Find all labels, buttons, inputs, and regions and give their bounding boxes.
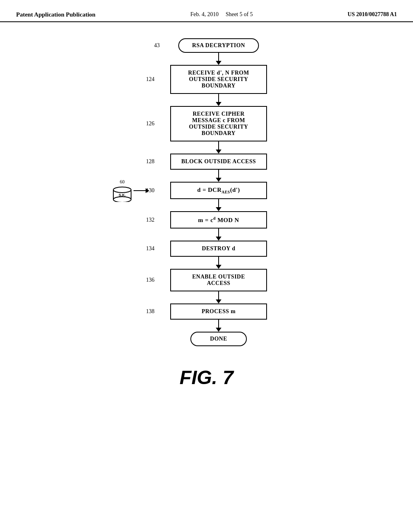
database-icon: S.K. — [112, 186, 133, 202]
diagram-container: 43 RSA DECRYPTION 124 RECEIVE d', N FROM… — [0, 38, 413, 389]
arrow-5 — [216, 199, 221, 211]
node-step130: d = DCRAES(d') — [170, 182, 267, 199]
step134-label: 134 — [146, 245, 154, 252]
step136-wrapper: 136 ENABLE OUTSIDEACCESS — [170, 269, 267, 291]
arrow-7 — [216, 257, 221, 269]
step130-wrapper: 130 60 S.K. — [170, 182, 267, 199]
step136-label: 136 — [146, 277, 154, 283]
db-label-60: 60 — [120, 179, 125, 185]
node-rsa-decryption: RSA DECRYPTION — [178, 38, 259, 53]
svg-point-1 — [113, 187, 131, 193]
start-wrapper: 43 RSA DECRYPTION — [178, 38, 259, 53]
header-sheet: Sheet 5 of 5 — [225, 11, 252, 17]
header-patent-number: US 2010/0027788 A1 — [348, 11, 397, 18]
start-label: 43 — [154, 42, 160, 49]
end-wrapper: DONE — [190, 332, 247, 346]
node-step126: RECEIVE CIPHERMESSAGE c FROMOUTSIDE SECU… — [170, 106, 267, 141]
step134-wrapper: 134 DESTROY d — [170, 241, 267, 257]
arrow-9 — [216, 320, 221, 332]
node-step138: PROCESS m — [170, 303, 267, 320]
svg-point-2 — [113, 197, 131, 202]
svg-text:S.K.: S.K. — [119, 193, 126, 197]
arrow-3 — [216, 141, 221, 154]
node-step132: m = cd MOD N — [170, 211, 267, 229]
db-to-node-arrow — [133, 190, 149, 191]
arrow-2 — [216, 94, 221, 106]
node-step134: DESTROY d — [170, 241, 267, 257]
step126-label: 126 — [146, 121, 154, 127]
arrow-1 — [216, 53, 221, 65]
node-step136: ENABLE OUTSIDEACCESS — [170, 269, 267, 291]
step138-label: 138 — [146, 308, 154, 315]
db-icon-group: 60 S.K. — [112, 179, 133, 202]
arrow-4 — [216, 170, 221, 182]
flowchart: 43 RSA DECRYPTION 124 RECEIVE d', N FROM… — [170, 38, 267, 346]
node-done: DONE — [190, 332, 247, 346]
step128-label: 128 — [146, 158, 154, 165]
arrow-6 — [216, 229, 221, 241]
node-step124: RECEIVE d', N FROMOUTSIDE SECURITYBOUNDA… — [170, 65, 267, 94]
step138-wrapper: 138 PROCESS m — [170, 303, 267, 320]
step132-wrapper: 132 m = cd MOD N — [170, 211, 267, 229]
step124-label: 124 — [146, 76, 154, 83]
fig-label: FIG. 7 — [179, 366, 233, 389]
db-section: 60 S.K. — [112, 179, 149, 202]
step124-wrapper: 124 RECEIVE d', N FROMOUTSIDE SECURITYBO… — [170, 65, 267, 94]
step132-label: 132 — [146, 217, 154, 223]
header-date: Feb. 4, 2010 — [190, 11, 219, 17]
step128-wrapper: 128 BLOCK OUTSIDE ACCESS — [170, 154, 267, 170]
step126-wrapper: 126 RECEIVE CIPHERMESSAGE c FROMOUTSIDE … — [170, 106, 267, 141]
node-step128: BLOCK OUTSIDE ACCESS — [170, 154, 267, 170]
page-header: Patent Application Publication Feb. 4, 2… — [0, 0, 413, 22]
header-date-sheet: Feb. 4, 2010 Sheet 5 of 5 — [190, 11, 253, 18]
header-publication-label: Patent Application Publication — [16, 11, 96, 18]
arrow-8 — [216, 291, 221, 303]
